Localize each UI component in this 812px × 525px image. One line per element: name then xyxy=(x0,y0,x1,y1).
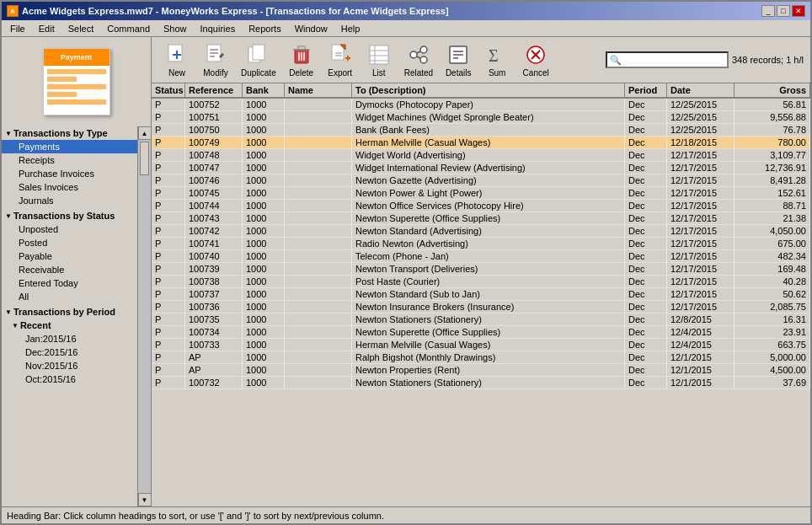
table-row[interactable]: P1007391000Newton Transport (Deliveries)… xyxy=(152,263,810,276)
left-panel-nav: ▼ Transactions by Type Payments Receipts… xyxy=(2,126,137,506)
details-button[interactable]: Details xyxy=(440,41,477,79)
list-button[interactable]: List xyxy=(361,41,398,79)
nav-item-dec-2015[interactable]: Dec:2015/16 xyxy=(2,346,137,359)
table-row[interactable]: P1007441000Newton Office Services (Photo… xyxy=(152,200,810,212)
table-cell: 1000 xyxy=(243,276,285,287)
col-header-to[interactable]: To (Description) xyxy=(352,83,625,97)
col-header-gross[interactable]: Gross xyxy=(735,83,810,97)
table-row[interactable]: P1007341000Newton Superette (Office Supp… xyxy=(152,326,810,339)
menu-command[interactable]: Command xyxy=(100,22,157,35)
table-cell: 8,491.28 xyxy=(735,174,810,186)
col-header-date[interactable]: Date xyxy=(667,83,735,97)
table-row[interactable]: P1007381000Post Haste (Courier)Dec12/17/… xyxy=(152,276,810,288)
nav-item-all[interactable]: All xyxy=(2,290,137,303)
nav-item-oct-2015[interactable]: Oct:2015/16 xyxy=(2,372,137,386)
table-row[interactable]: P1007461000Newton Gazette (Advertising)D… xyxy=(152,174,810,187)
table-row[interactable]: P1007411000Radio Newton (Advertising)Dec… xyxy=(152,238,810,250)
sum-button[interactable]: Σ Sum xyxy=(478,41,516,79)
col-header-status[interactable]: Status xyxy=(152,83,185,97)
nav-item-unposted[interactable]: Unposted xyxy=(2,222,137,236)
table-cell: 12/1/2015 xyxy=(667,364,735,376)
table-cell: Dec xyxy=(625,137,667,148)
sidebar-scroll-down[interactable]: ▼ xyxy=(138,493,152,506)
sidebar-scroll-thumb[interactable] xyxy=(140,142,149,175)
delete-button[interactable]: Delete xyxy=(283,41,320,79)
sidebar-scroll-up[interactable]: ▲ xyxy=(138,126,152,140)
table-row[interactable]: P1007511000Widget Machines (Widget Spron… xyxy=(152,111,810,124)
nav-item-journals[interactable]: Journals xyxy=(2,194,137,207)
nav-item-sales-invoices[interactable]: Sales Invoices xyxy=(2,180,137,194)
export-button[interactable]: Export xyxy=(322,41,359,79)
table-cell: P xyxy=(152,377,185,388)
nav-section-recent-header[interactable]: ▼ Recent xyxy=(2,319,137,332)
table-cell: 100740 xyxy=(185,250,243,262)
menu-inquiries[interactable]: Inquiries xyxy=(194,22,243,35)
table-cell: P xyxy=(152,339,185,351)
table-cell: 12/17/2015 xyxy=(667,288,735,300)
new-button[interactable]: New xyxy=(158,41,195,79)
table-cell: 482.34 xyxy=(735,250,810,262)
menu-file[interactable]: File xyxy=(3,22,32,35)
nav-item-payments[interactable]: Payments xyxy=(2,140,137,153)
table-row[interactable]: P1007451000Newton Power & Light (Power)D… xyxy=(152,187,810,200)
menu-help[interactable]: Help xyxy=(334,22,367,35)
table-row[interactable]: P1007361000Newton Insurance Brokers (Ins… xyxy=(152,301,810,313)
table-row[interactable]: P1007401000Telecom (Phone - Jan)Dec12/17… xyxy=(152,250,810,263)
sidebar-scroll-track[interactable] xyxy=(138,140,151,493)
table-cell: Dec xyxy=(625,238,667,249)
table-row[interactable]: P1007501000Bank (Bank Fees)Dec12/25/2015… xyxy=(152,124,810,137)
table-row[interactable]: P1007521000Dymocks (Photocopy Paper)Dec1… xyxy=(152,99,810,111)
table-row[interactable]: P1007481000Widget World (Advertising)Dec… xyxy=(152,149,810,162)
menu-window[interactable]: Window xyxy=(288,22,334,35)
nav-item-posted[interactable]: Posted xyxy=(2,236,137,249)
table-cell: AP xyxy=(185,351,243,363)
table-row[interactable]: P1007331000Herman Melville (Casual Wages… xyxy=(152,339,810,351)
svg-point-27 xyxy=(420,46,427,53)
search-icon: 🔍 xyxy=(610,55,622,66)
nav-section-by-status-header[interactable]: ▼ Transactions by Status xyxy=(2,209,137,222)
nav-item-payable[interactable]: Payable xyxy=(2,249,137,263)
table-cell: 1000 xyxy=(243,326,285,338)
table-row[interactable]: P1007491000Herman Melville (Casual Wages… xyxy=(152,137,810,149)
table-cell xyxy=(285,149,352,161)
nav-item-nov-2015[interactable]: Nov:2015/16 xyxy=(2,359,137,372)
sidebar-scrollbar[interactable]: ▲ ▼ xyxy=(137,126,151,506)
menu-edit[interactable]: Edit xyxy=(32,22,61,35)
menu-select[interactable]: Select xyxy=(61,22,101,35)
table-row[interactable]: P1007371000Newton Standard (Sub to Jan)D… xyxy=(152,288,810,301)
maximize-button[interactable]: □ xyxy=(777,5,790,17)
col-header-name[interactable]: Name xyxy=(285,83,352,97)
close-button[interactable]: ✕ xyxy=(792,5,805,17)
table-row[interactable]: P1007421000Newton Standard (Advertising)… xyxy=(152,225,810,238)
title-bar: A Acme Widgets Express.mwd7 - MoneyWorks… xyxy=(2,2,810,20)
related-button[interactable]: Related xyxy=(399,41,438,79)
table-row[interactable]: P1007471000Widget International Review (… xyxy=(152,162,810,174)
table-row[interactable]: P1007351000Newton Stationers (Stationery… xyxy=(152,313,810,326)
table-row[interactable]: PAP1000Newton Properties (Rent)Dec12/1/2… xyxy=(152,364,810,377)
col-header-period[interactable]: Period xyxy=(625,83,667,97)
search-input[interactable] xyxy=(623,55,724,65)
table-cell: 1000 xyxy=(243,174,285,186)
menu-reports[interactable]: Reports xyxy=(242,22,288,35)
nav-item-receivable[interactable]: Receivable xyxy=(2,263,137,276)
nav-item-entered-today[interactable]: Entered Today xyxy=(2,276,137,290)
table-row[interactable]: P1007431000Newton Superette (Office Supp… xyxy=(152,212,810,225)
nav-item-receipts[interactable]: Receipts xyxy=(2,153,137,167)
nav-section-by-period-header[interactable]: ▼ Transactions by Period xyxy=(2,305,137,319)
modify-button[interactable]: Modify xyxy=(197,41,234,79)
table-cell: 1000 xyxy=(243,238,285,249)
nav-section-by-type-header[interactable]: ▼ Transactions by Type xyxy=(2,126,137,140)
minimize-button[interactable]: _ xyxy=(761,5,775,17)
table-cell: 100752 xyxy=(185,99,243,110)
nav-item-purchase-invoices[interactable]: Purchase Invoices xyxy=(2,167,137,180)
table-row[interactable]: PAP1000Ralph Bigshot (Monthly Drawings)D… xyxy=(152,351,810,364)
nav-item-jan-2015[interactable]: Jan:2015/16 xyxy=(2,332,137,346)
duplicate-button[interactable]: Duplicate xyxy=(236,41,281,79)
table-cell: Widget World (Advertising) xyxy=(352,149,625,161)
col-header-bank[interactable]: Bank xyxy=(243,83,285,97)
table-row[interactable]: P1007321000Newton Stationers (Stationery… xyxy=(152,377,810,389)
col-header-reference[interactable]: Reference xyxy=(185,83,243,97)
table-cell: P xyxy=(152,137,185,148)
menu-show[interactable]: Show xyxy=(157,22,194,35)
cancel-button[interactable]: Cancel xyxy=(517,41,554,79)
